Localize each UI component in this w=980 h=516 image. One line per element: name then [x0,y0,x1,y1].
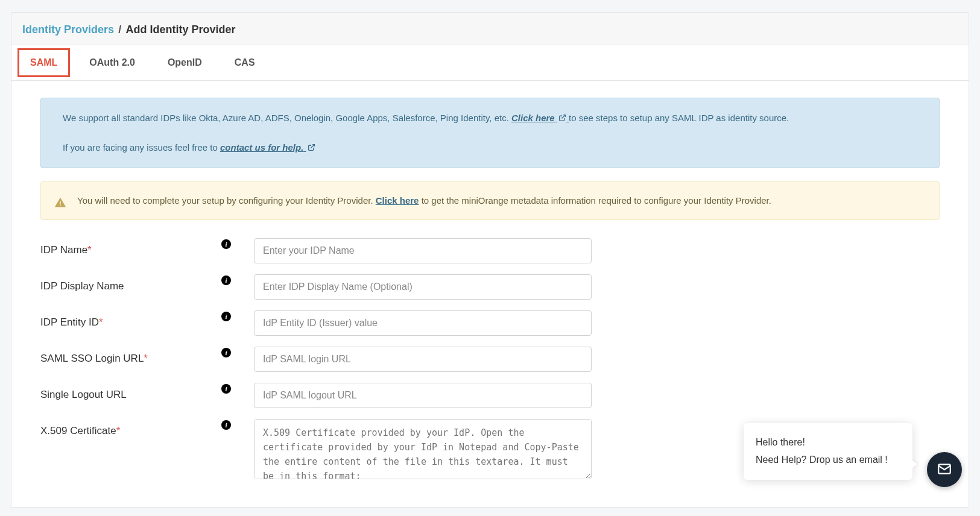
info-link-click-here[interactable]: Click here [511,113,569,123]
label-single-logout-url: Single Logout URL [40,383,221,401]
info-icon[interactable]: i [221,239,231,249]
single-logout-url-input[interactable] [254,383,592,408]
svg-line-0 [561,115,565,119]
label-idp-name: IDP Name* [40,238,221,256]
external-link-icon [558,111,566,127]
idp-entity-id-input[interactable] [254,310,592,336]
breadcrumb-sep: / [118,24,121,36]
mail-icon [937,461,952,479]
info-icon[interactable]: i [221,348,231,357]
external-link-icon [308,140,315,156]
info-text-1b: to see steps to setup any SAML IDP as id… [569,113,789,123]
info-alert: We support all standard IDPs like Okta, … [40,98,940,168]
breadcrumb-parent-link[interactable]: Identity Providers [22,24,114,36]
warn-text-1: You will need to complete your setup by … [77,195,376,206]
info-icon[interactable]: i [221,312,231,321]
x509-cert-textarea[interactable] [254,419,592,479]
chat-line-1: Hello there! [756,434,900,452]
tab-openid[interactable]: OpenID [154,45,215,80]
label-idp-display-name: IDP Display Name [40,274,221,292]
chat-line-2: Need Help? Drop us an email ! [756,452,900,469]
idp-name-input[interactable] [254,238,592,263]
label-x509-cert: X.509 Certificate* [40,419,221,437]
chat-popup: Hello there! Need Help? Drop us an email… [744,423,912,480]
warning-icon [54,197,66,213]
warn-link-click-here[interactable]: Click here [376,195,419,206]
info-icon[interactable]: i [221,420,231,430]
label-idp-entity-id: IDP Entity ID* [40,310,221,329]
tab-oauth[interactable]: OAuth 2.0 [76,45,148,80]
warning-alert: You will need to complete your setup by … [40,181,940,220]
chat-button[interactable] [927,452,962,487]
tab-cas[interactable]: CAS [221,45,268,80]
warn-text-2: to get the miniOrange metadata informati… [422,195,771,206]
breadcrumb-current: Add Identity Provider [125,24,235,36]
svg-line-1 [311,144,314,148]
info-text-2a: If you are facing any issues feel free t… [63,142,220,153]
tabs: SAML OAuth 2.0 OpenID CAS [11,45,969,81]
saml-sso-url-input[interactable] [254,347,592,372]
label-saml-sso-url: SAML SSO Login URL* [40,347,221,365]
info-link-contact-us[interactable]: contact us for help. [220,142,315,153]
tab-saml[interactable]: SAML [17,48,70,77]
idp-display-name-input[interactable] [254,274,592,300]
info-text-1a: We support all standard IDPs like Okta, … [63,113,511,123]
breadcrumb: Identity Providers / Add Identity Provid… [11,13,969,45]
info-icon[interactable]: i [221,275,231,285]
info-icon[interactable]: i [221,384,231,394]
